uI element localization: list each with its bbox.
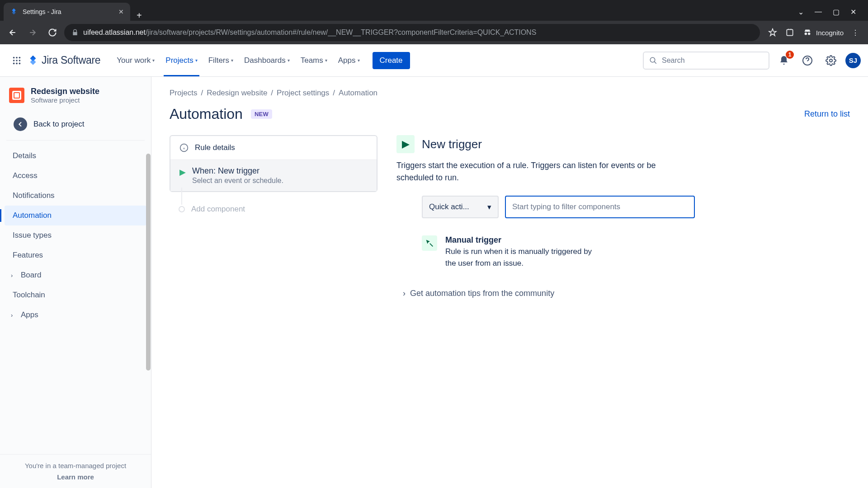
svg-point-7 xyxy=(16,60,18,61)
avatar[interactable]: SJ xyxy=(845,53,861,68)
rule-card: Rule details ▶ When: New trigger Select … xyxy=(170,135,377,192)
automation-tips-link[interactable]: › Get automation tips from the community xyxy=(403,289,850,298)
nav-apps[interactable]: Apps▾ xyxy=(333,44,365,76)
sidebar-item-apps[interactable]: ›Apps xyxy=(5,305,146,325)
sidebar-item-board[interactable]: ›Board xyxy=(5,265,146,285)
create-button[interactable]: Create xyxy=(373,52,410,69)
nav-filters[interactable]: Filters▾ xyxy=(203,44,239,76)
svg-point-11 xyxy=(19,62,21,64)
svg-point-1 xyxy=(805,33,807,35)
crumb-settings[interactable]: Project settings xyxy=(277,89,329,98)
close-icon[interactable]: ✕ xyxy=(118,8,124,15)
maximize-icon[interactable]: ▢ xyxy=(833,8,840,16)
browser-address-bar: uifeed.atlassian.net/jira/software/proje… xyxy=(0,21,868,44)
reload-icon[interactable] xyxy=(44,24,61,41)
sidebar-scrollbar[interactable] xyxy=(146,154,151,389)
close-window-icon[interactable]: ✕ xyxy=(850,8,856,16)
project-icon xyxy=(9,88,24,103)
category-dropdown[interactable]: Quick acti... ▾ xyxy=(422,196,499,218)
project-name: Redesign website xyxy=(31,87,99,96)
sidebar-item-details[interactable]: Details xyxy=(5,146,146,166)
filter-input[interactable]: Start typing to filter components xyxy=(505,196,695,218)
project-type: Software project xyxy=(31,96,99,104)
return-to-list-link[interactable]: Return to list xyxy=(804,109,850,119)
nav-dashboards[interactable]: Dashboards▾ xyxy=(239,44,295,76)
forward-icon[interactable] xyxy=(24,24,41,41)
svg-point-4 xyxy=(16,56,18,58)
search-icon xyxy=(649,56,657,65)
new-badge: NEW xyxy=(251,109,272,119)
incognito-badge[interactable]: Incognito xyxy=(802,28,844,38)
chevron-right-icon: › xyxy=(403,289,406,298)
settings-icon[interactable] xyxy=(822,52,840,70)
bookmark-icon[interactable] xyxy=(768,28,777,37)
cursor-click-icon xyxy=(422,235,437,251)
crumb-project[interactable]: Redesign website xyxy=(207,89,267,98)
sidebar-item-automation[interactable]: Automation xyxy=(5,206,146,225)
search-input[interactable]: Search xyxy=(643,52,769,70)
back-icon[interactable] xyxy=(5,24,21,41)
add-component-button[interactable]: Add component xyxy=(170,192,377,226)
rule-details-row[interactable]: Rule details xyxy=(170,136,377,160)
tab-search-icon[interactable]: ⌄ xyxy=(798,8,804,16)
trigger-option-manual[interactable]: Manual trigger Rule is run when it is ma… xyxy=(422,235,594,269)
notif-count: 1 xyxy=(786,51,794,59)
browser-tab[interactable]: Settings - Jira ✕ xyxy=(4,3,130,21)
chevron-right-icon: › xyxy=(11,272,17,279)
sidebar-item-issue-types[interactable]: Issue types xyxy=(5,225,146,245)
detail-title: New trigger xyxy=(422,137,482,151)
notifications-icon[interactable]: 1 xyxy=(775,52,793,70)
play-icon: ▶ xyxy=(179,167,186,185)
crumb-automation[interactable]: Automation xyxy=(339,89,377,98)
learn-more-link[interactable]: Learn more xyxy=(7,473,144,481)
url-bar[interactable]: uifeed.atlassian.net/jira/software/proje… xyxy=(64,24,760,41)
minimize-icon[interactable]: ― xyxy=(815,8,822,16)
nav-your-work[interactable]: Your work▾ xyxy=(111,44,160,76)
window-controls: ⌄ ― ▢ ✕ xyxy=(798,3,864,21)
trigger-play-icon: ▶ xyxy=(396,135,415,153)
svg-point-8 xyxy=(19,60,21,61)
crumb-projects[interactable]: Projects xyxy=(170,89,197,98)
svg-point-9 xyxy=(13,62,15,64)
nav-teams[interactable]: Teams▾ xyxy=(295,44,333,76)
sidebar-footer: You're in a team-managed project Learn m… xyxy=(0,454,151,488)
svg-point-12 xyxy=(650,57,655,62)
extensions-icon[interactable] xyxy=(785,28,794,37)
jira-favicon-icon xyxy=(10,8,18,16)
sidebar-item-access[interactable]: Access xyxy=(5,166,146,186)
jira-top-nav: Jira Software Your work▾ Projects▾ Filte… xyxy=(0,44,868,77)
chevron-right-icon: › xyxy=(11,312,17,319)
back-arrow-icon xyxy=(14,117,27,131)
nav-projects[interactable]: Projects▾ xyxy=(160,44,203,76)
sidebar-item-notifications[interactable]: Notifications xyxy=(5,186,146,206)
jira-logo[interactable]: Jira Software xyxy=(27,54,100,66)
lock-icon xyxy=(71,29,79,36)
svg-point-2 xyxy=(808,33,811,35)
add-circle-icon xyxy=(179,206,185,212)
back-to-project-link[interactable]: Back to project xyxy=(0,111,151,137)
rule-trigger-row[interactable]: ▶ When: New trigger Select an event or s… xyxy=(170,160,377,191)
sidebar-item-toolchain[interactable]: Toolchain xyxy=(5,285,146,305)
sidebar-item-features[interactable]: Features xyxy=(5,245,146,265)
tab-title: Settings - Jira xyxy=(23,8,61,15)
sidebar: Redesign website Software project Back t… xyxy=(0,77,151,488)
svg-point-14 xyxy=(830,59,832,62)
info-icon xyxy=(179,143,189,152)
new-tab-button[interactable]: + xyxy=(130,10,148,21)
project-header[interactable]: Redesign website Software project xyxy=(0,85,151,111)
divider xyxy=(6,140,145,141)
svg-point-6 xyxy=(13,60,15,61)
jira-wordmark: Jira Software xyxy=(42,54,100,66)
svg-point-3 xyxy=(13,56,15,58)
page-title: Automation xyxy=(170,106,243,122)
svg-rect-0 xyxy=(787,29,793,35)
browser-menu-icon[interactable]: ⋮ xyxy=(852,28,859,37)
detail-description: Triggers start the execution of a rule. … xyxy=(396,160,686,184)
help-icon[interactable] xyxy=(798,52,816,70)
app-switcher-icon[interactable] xyxy=(9,53,24,68)
breadcrumbs: Projects/ Redesign website/ Project sett… xyxy=(170,89,850,98)
svg-point-5 xyxy=(19,56,21,58)
svg-point-10 xyxy=(16,62,18,64)
main-content: Projects/ Redesign website/ Project sett… xyxy=(151,77,868,488)
browser-tab-bar: Settings - Jira ✕ + ⌄ ― ▢ ✕ xyxy=(0,0,868,21)
